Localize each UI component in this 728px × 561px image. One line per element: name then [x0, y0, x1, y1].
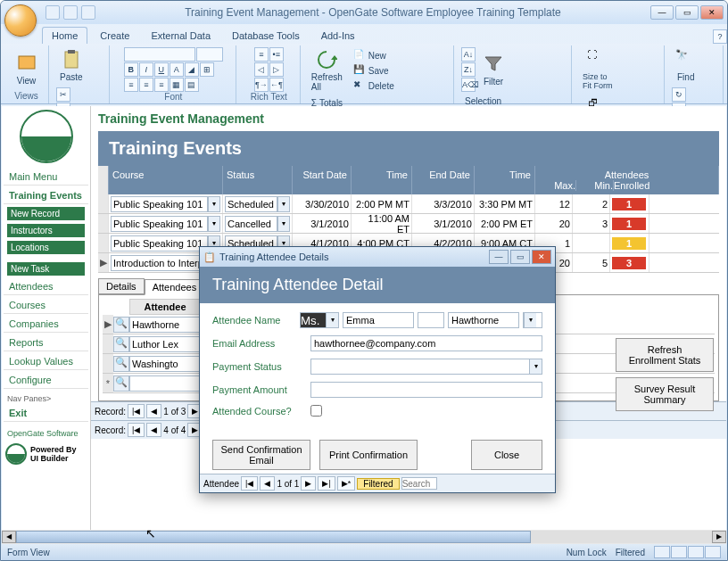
first-name-input[interactable]: [343, 312, 414, 328]
ltr-icon[interactable]: ¶→: [254, 78, 269, 92]
sort-desc-icon[interactable]: Z↓: [461, 62, 476, 77]
nav-prev-icon[interactable]: ◀: [146, 404, 161, 418]
row-selector[interactable]: [98, 234, 109, 252]
start-time-cell[interactable]: 11:00 AM ET: [352, 214, 412, 233]
attended-checkbox[interactable]: [310, 405, 322, 417]
col-start-date[interactable]: Start Date: [293, 166, 352, 194]
lookup-icon[interactable]: 🔍: [113, 336, 129, 352]
end-date-cell[interactable]: 3/1/2010: [412, 214, 475, 233]
dialog-maximize-button[interactable]: ▭: [510, 250, 530, 264]
nav-companies[interactable]: Companies: [4, 316, 88, 333]
dialog-titlebar[interactable]: 📋 Training Attendee Details — ▭ ✕: [200, 247, 555, 267]
alt-row-icon[interactable]: ▤: [185, 78, 199, 92]
qat-redo-icon[interactable]: [81, 5, 95, 20]
form-view-icon[interactable]: [654, 546, 670, 558]
font-color-icon[interactable]: A: [170, 62, 184, 77]
font-name[interactable]: [124, 47, 195, 62]
nav-first-icon[interactable]: |◀: [128, 423, 145, 437]
nav-next-icon[interactable]: ▶: [301, 476, 316, 491]
row-selector[interactable]: [98, 194, 109, 213]
chevron-down-icon[interactable]: ▾: [208, 196, 220, 212]
refresh-all-button[interactable]: Refresh All: [308, 47, 346, 94]
qat-undo-icon[interactable]: [63, 5, 78, 20]
view-button[interactable]: View: [12, 51, 41, 87]
tab-add-ins[interactable]: Add-Ins: [312, 28, 364, 44]
status-select[interactable]: [225, 196, 277, 212]
sort-asc-icon[interactable]: A↓: [461, 47, 476, 62]
nav-configure[interactable]: Configure: [4, 372, 88, 389]
last-name-input[interactable]: [448, 312, 519, 328]
min-cell[interactable]: 3: [573, 214, 610, 233]
bold-icon[interactable]: B: [124, 62, 138, 77]
nav-prev-icon[interactable]: ◀: [260, 476, 275, 491]
tab-home[interactable]: Home: [42, 27, 87, 44]
increase-indent-icon[interactable]: ▷: [269, 62, 284, 77]
close-dialog-button[interactable]: Close: [471, 440, 542, 470]
max-cell[interactable]: 12: [535, 194, 573, 213]
dialog-close-button[interactable]: ✕: [532, 250, 551, 264]
nav-lookup-values[interactable]: Lookup Values: [4, 353, 88, 370]
save-record-button[interactable]: 💾Save: [350, 63, 398, 78]
start-time-cell[interactable]: 2:00 PM MT: [352, 194, 412, 213]
salutation-select[interactable]: [301, 313, 326, 327]
nav-new-icon[interactable]: ▶*: [337, 476, 356, 491]
scroll-left-icon[interactable]: ◀: [2, 531, 16, 543]
course-select[interactable]: [111, 216, 208, 232]
max-cell[interactable]: 20: [535, 214, 573, 233]
btn-instructors[interactable]: Instructors: [7, 224, 85, 237]
chevron-down-icon[interactable]: ▾: [529, 359, 542, 374]
nav-training-events[interactable]: Training Events: [4, 187, 88, 204]
status-select[interactable]: [225, 216, 277, 232]
nav-courses[interactable]: Courses: [4, 297, 88, 314]
refresh-enrollment-button[interactable]: Refresh Enrollment Stats: [616, 338, 714, 372]
course-select[interactable]: [111, 235, 208, 252]
min-cell[interactable]: 2: [573, 194, 610, 213]
col-start-time[interactable]: Time: [352, 166, 412, 194]
filtered-badge[interactable]: Filtered: [357, 478, 399, 490]
underline-icon[interactable]: U: [154, 62, 169, 77]
minimize-button[interactable]: —: [650, 5, 674, 20]
tab-create[interactable]: Create: [91, 28, 138, 44]
email-input[interactable]: [310, 335, 542, 351]
layout-view-icon[interactable]: [688, 546, 704, 558]
close-button[interactable]: ✕: [700, 5, 724, 20]
font-size[interactable]: [196, 47, 223, 62]
paste-button[interactable]: Paste: [56, 47, 87, 84]
tab-database-tools[interactable]: Database Tools: [223, 28, 309, 44]
row-selector[interactable]: [98, 214, 109, 233]
end-time-cell[interactable]: 2:00 PM ET: [475, 214, 535, 233]
clear-sort-icon[interactable]: A⌫: [461, 78, 476, 92]
lookup-icon[interactable]: 🔍: [113, 317, 129, 333]
col-max[interactable]: Max.: [539, 180, 576, 191]
datasheet-view-icon[interactable]: [671, 546, 687, 558]
chevron-down-icon[interactable]: ▾: [326, 313, 338, 327]
end-date-cell[interactable]: 3/3/2010: [412, 194, 475, 213]
col-min[interactable]: Min.: [576, 180, 614, 191]
col-end-date[interactable]: End Date: [412, 166, 475, 194]
nav-prev-icon[interactable]: ◀: [146, 423, 161, 437]
subtab-details[interactable]: Details: [98, 278, 145, 294]
table-row[interactable]: ▾▾3/1/201011:00 AM ET3/1/20102:00 PM ET2…: [98, 214, 719, 234]
attendee-new-input[interactable]: [129, 375, 201, 392]
nav-panes-toggle[interactable]: Nav Panes>: [4, 394, 88, 403]
office-button[interactable]: [4, 4, 37, 37]
decrease-indent-icon[interactable]: ◁: [254, 62, 269, 77]
gridlines-icon[interactable]: ⊞: [200, 62, 214, 77]
size-to-fit-button[interactable]: ⛶Size to Fit Form: [579, 47, 616, 92]
min-cell[interactable]: 5: [573, 253, 610, 272]
attendee-name-input[interactable]: [129, 336, 201, 352]
send-confirmation-button[interactable]: Send Confirmation Email: [212, 440, 310, 470]
fill-color-icon[interactable]: ▦: [170, 78, 184, 92]
chevron-down-icon[interactable]: ▾: [277, 196, 290, 212]
end-time-cell[interactable]: 3:30 PM MT: [475, 194, 535, 213]
col-enrolled[interactable]: Enrolled: [614, 180, 653, 191]
course-select[interactable]: [111, 196, 208, 212]
bulleted-list-icon[interactable]: •≡: [269, 47, 284, 62]
middle-name-input[interactable]: [418, 312, 444, 328]
lookup-icon[interactable]: 🔍: [113, 375, 129, 392]
start-date-cell[interactable]: 3/30/2010: [293, 194, 352, 213]
rtl-icon[interactable]: ←¶: [269, 78, 284, 92]
lookup-icon[interactable]: 🔍: [113, 356, 129, 372]
scroll-right-icon[interactable]: ▶: [712, 531, 726, 543]
btn-locations[interactable]: Locations: [7, 241, 85, 254]
